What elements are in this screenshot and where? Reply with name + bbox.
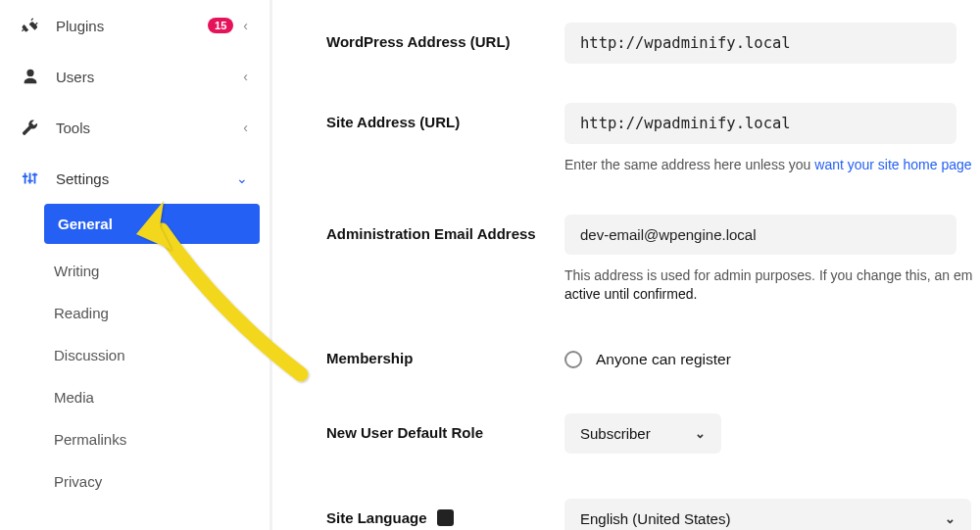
- plugins-badge: 15: [208, 18, 233, 33]
- sidebar-item-tools[interactable]: Tools ‹: [0, 102, 270, 153]
- chevron-left-icon: ‹: [243, 120, 248, 135]
- sidebar-subitem-label: Discussion: [54, 347, 125, 363]
- wp-address-input[interactable]: [564, 23, 956, 64]
- sidebar-item-label: Plugins: [56, 18, 208, 34]
- chevron-left-icon: ‹: [243, 18, 248, 33]
- wrench-icon: [22, 119, 39, 136]
- chevron-left-icon: ‹: [243, 69, 248, 84]
- sidebar-subitem-label: General: [58, 216, 113, 232]
- field-label: WordPress Address (URL): [326, 23, 564, 50]
- sidebar-subitem-reading[interactable]: Reading: [0, 292, 270, 334]
- field-membership: Membership Anyone can register: [326, 350, 980, 368]
- sidebar-item-label: Tools: [56, 120, 243, 136]
- sidebar-subitem-writing[interactable]: Writing: [0, 250, 270, 292]
- site-address-input[interactable]: [564, 103, 956, 144]
- chevron-down-icon: ⌄: [236, 170, 248, 186]
- membership-checkbox[interactable]: [564, 351, 582, 368]
- sidebar-item-label: Users: [56, 69, 243, 85]
- chevron-down-icon: ⌄: [695, 426, 706, 441]
- field-admin-email: Administration Email Address This addres…: [326, 215, 980, 305]
- sidebar-subitem-label: Reading: [54, 305, 109, 321]
- sidebar-subitem-general[interactable]: General: [44, 204, 260, 244]
- sidebar-item-label: Settings: [56, 170, 236, 187]
- field-label: Administration Email Address: [326, 215, 564, 242]
- user-icon: [22, 68, 39, 85]
- sidebar-subitem-label: Privacy: [54, 473, 102, 490]
- field-help: Enter the same address here unless you w…: [564, 156, 980, 175]
- main-content: WordPress Address (URL) Site Address (UR…: [272, 0, 980, 530]
- field-site-address: Site Address (URL) Enter the same addres…: [326, 103, 980, 175]
- sidebar-subitem-discussion[interactable]: Discussion: [0, 334, 270, 376]
- translate-icon: [437, 509, 454, 526]
- field-help: This address is used for admin purposes.…: [564, 266, 980, 305]
- field-label: Site Address (URL): [326, 103, 564, 130]
- default-role-select[interactable]: Subscriber ⌄: [564, 413, 721, 454]
- admin-email-input[interactable]: [564, 215, 956, 255]
- field-label: New User Default Role: [326, 413, 564, 441]
- sidebar-item-custom-menu[interactable]: Custom Menu: [0, 518, 270, 530]
- field-default-role: New User Default Role Subscriber ⌄: [326, 413, 980, 454]
- chevron-down-icon: ⌄: [945, 511, 956, 526]
- sidebar-item-settings[interactable]: Settings ⌄: [0, 153, 270, 204]
- help-link[interactable]: want your site home page: [814, 157, 971, 172]
- site-language-select[interactable]: English (United States) ⌄: [564, 499, 971, 530]
- sliders-icon: [22, 169, 39, 187]
- sidebar-subitem-media[interactable]: Media: [0, 376, 270, 418]
- field-label: Membership: [326, 350, 564, 366]
- sidebar-item-plugins[interactable]: Plugins 15 ‹: [0, 0, 270, 51]
- sidebar: Plugins 15 ‹ Users ‹ Tools ‹ Settings ⌄ …: [0, 0, 272, 530]
- checkbox-label: Anyone can register: [596, 351, 731, 368]
- sidebar-subitem-label: Writing: [54, 263, 99, 279]
- sidebar-subitem-permalinks[interactable]: Permalinks: [0, 418, 270, 460]
- sidebar-subitem-label: Permalinks: [54, 431, 126, 448]
- select-value: English (United States): [580, 510, 730, 527]
- sidebar-subitem-privacy[interactable]: Privacy: [0, 460, 270, 503]
- field-label: Site Language: [326, 499, 564, 526]
- select-value: Subscriber: [580, 425, 651, 442]
- field-wp-address: WordPress Address (URL): [326, 23, 980, 64]
- field-site-language: Site Language English (United States) ⌄: [326, 499, 980, 530]
- sidebar-subitem-label: Media: [54, 389, 94, 406]
- plug-icon: [22, 17, 39, 34]
- sidebar-item-users[interactable]: Users ‹: [0, 51, 270, 102]
